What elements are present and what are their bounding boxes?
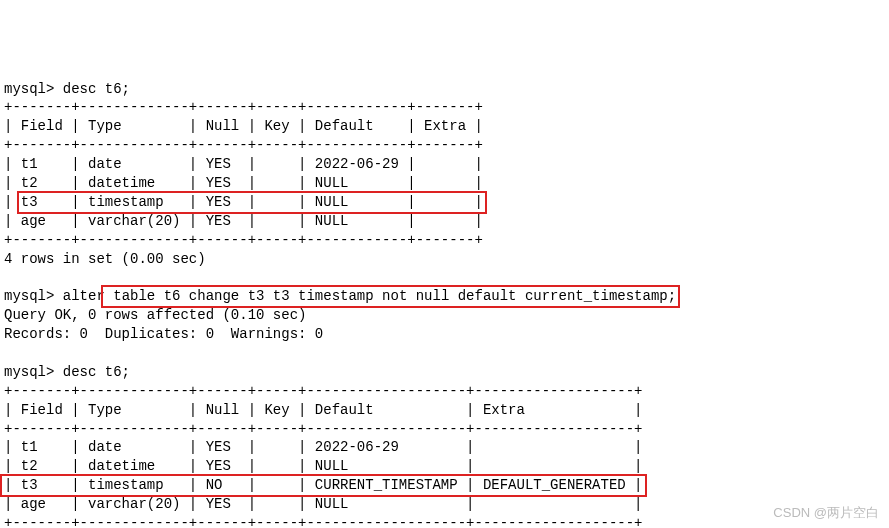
command-desc-1[interactable]: desc t6; (63, 81, 130, 97)
highlight-box-row-t3-new: | t3 | timestamp | NO | | CURRENT_TIMEST… (0, 474, 647, 497)
terminal-output: mysql> desc t6; +-------+-------------+-… (4, 80, 885, 528)
prompt: mysql> (4, 364, 63, 380)
prompt: mysql> (4, 81, 63, 97)
table2-row-t3: | t3 | timestamp | NO | | CURRENT_TIMEST… (4, 477, 643, 493)
table1-row-t3: t3 | timestamp | YES | | NULL | | (21, 194, 483, 210)
command-alter-pre[interactable]: alter (63, 288, 105, 304)
table2-sep-mid: +-------+-------------+------+-----+----… (4, 421, 643, 437)
command-alter-body[interactable]: table t6 change t3 t3 timestamp not null… (105, 288, 676, 304)
table1-sep-mid: +-------+-------------+------+-----+----… (4, 137, 483, 153)
status-rows-1: 4 rows in set (0.00 sec) (4, 251, 206, 267)
alter-query-ok: Query OK, 0 rows affected (0.10 sec) (4, 307, 306, 323)
table2-row-t1: | t1 | date | YES | | 2022-06-29 | | (4, 439, 643, 455)
table2-header: | Field | Type | Null | Key | Default | … (4, 402, 643, 418)
table1-sep-top: +-------+-------------+------+-----+----… (4, 99, 483, 115)
table1-row-t2: | t2 | datetime | YES | | NULL | | (4, 175, 483, 191)
watermark: CSDN @两片空白 (773, 504, 879, 522)
table2-sep-bot: +-------+-------------+------+-----+----… (4, 515, 643, 528)
table1-header: | Field | Type | Null | Key | Default | … (4, 118, 483, 134)
table1-row-t1: | t1 | date | YES | | 2022-06-29 | | (4, 156, 483, 172)
table1-sep-bot: +-------+-------------+------+-----+----… (4, 232, 483, 248)
table2-row-t2: | t2 | datetime | YES | | NULL | | (4, 458, 643, 474)
prompt: mysql> (4, 288, 63, 304)
table2-row-age: | age | varchar(20) | YES | | NULL | | (4, 496, 643, 512)
highlight-box-alter: table t6 change t3 t3 timestamp not null… (101, 285, 680, 308)
table1-row-age: | age | varchar(20) | YES | | NULL | | (4, 213, 483, 229)
table2-sep-top: +-------+-------------+------+-----+----… (4, 383, 643, 399)
highlight-box-row-t3: t3 | timestamp | YES | | NULL | | (17, 191, 487, 214)
command-desc-2[interactable]: desc t6; (63, 364, 130, 380)
alter-records: Records: 0 Duplicates: 0 Warnings: 0 (4, 326, 323, 342)
